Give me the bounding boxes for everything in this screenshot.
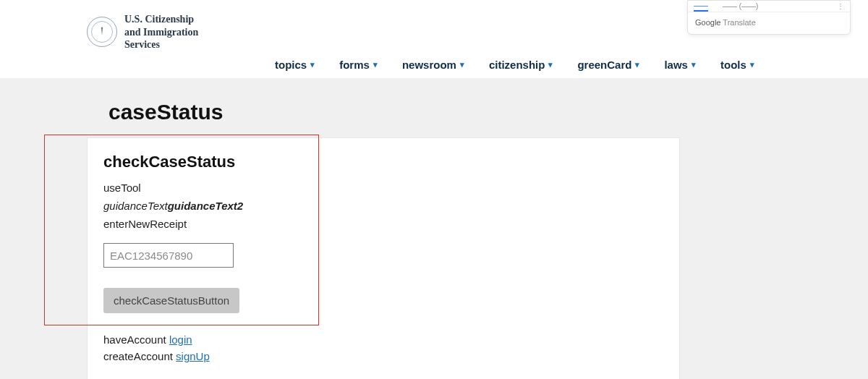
uscis-seal-icon <box>87 17 117 47</box>
primary-nav: topics ▾ forms ▾ newsroom ▾ citizenship … <box>0 59 868 71</box>
agency-line3: Services <box>124 38 198 51</box>
guidance-text-2: guidanceText2 <box>168 200 243 212</box>
have-account-prefix: haveAccount <box>103 333 169 346</box>
chevron-down-icon: ▾ <box>548 60 553 69</box>
google-translate-widget[interactable]: —— —— (——) ⋮ Google Translate <box>687 0 851 35</box>
main-content: caseStatus checkCaseStatus useTool guida… <box>87 100 680 379</box>
site-header: U.S. Citizenship and Immigration Service… <box>0 0 868 78</box>
nav-label: topics <box>275 59 307 71</box>
translate-tabs: —— —— (——) ⋮ <box>688 1 850 12</box>
login-link[interactable]: login <box>169 333 192 346</box>
nav-label: newsroom <box>402 59 456 71</box>
agency-line1: U.S. Citizenship <box>124 13 198 26</box>
svg-point-0 <box>101 27 103 30</box>
chevron-down-icon: ▾ <box>635 60 639 69</box>
nav-laws[interactable]: laws ▾ <box>664 59 696 71</box>
chevron-down-icon: ▾ <box>310 60 315 69</box>
case-status-card: checkCaseStatus useTool guidanceTextguid… <box>87 137 680 379</box>
liberty-icon <box>95 25 109 39</box>
google-label: Google <box>695 18 720 27</box>
chevron-down-icon: ▾ <box>692 60 696 69</box>
receipt-number-input[interactable] <box>103 243 234 268</box>
check-case-status-button[interactable]: checkCaseStatusButton <box>103 288 239 313</box>
nav-label: citizenship <box>489 59 545 71</box>
create-account-prefix: createAccount <box>103 350 176 362</box>
chevron-down-icon: ▾ <box>373 60 378 69</box>
enter-receipt-label: enterNewReceipt <box>103 218 663 230</box>
create-account-line: createAccount signUp <box>103 350 663 362</box>
nav-green-card[interactable]: greenCard ▾ <box>577 59 639 71</box>
nav-newsroom[interactable]: newsroom ▾ <box>402 59 464 71</box>
card-content: checkCaseStatus useTool guidanceTextguid… <box>88 138 679 374</box>
nav-citizenship[interactable]: citizenship ▾ <box>489 59 553 71</box>
nav-label: forms <box>339 59 370 71</box>
have-account-line: haveAccount login <box>103 333 663 346</box>
nav-topics[interactable]: topics ▾ <box>275 59 315 71</box>
translate-tab-active[interactable]: —— <box>694 1 708 12</box>
logo-area: U.S. Citizenship and Immigration Service… <box>87 13 198 51</box>
nav-label: laws <box>664 59 688 71</box>
nav-label: tools <box>720 59 746 71</box>
guidance-line: guidanceTextguidanceText2 <box>103 200 663 212</box>
translate-menu-icon[interactable]: ⋮ <box>837 2 844 10</box>
agency-line2: and Immigration <box>124 26 198 39</box>
chevron-down-icon: ▾ <box>460 60 464 69</box>
use-tool-text: useTool <box>103 182 663 194</box>
chevron-down-icon: ▾ <box>750 60 754 69</box>
translate-label: Translate <box>720 18 755 27</box>
nav-forms[interactable]: forms ▾ <box>339 59 378 71</box>
translate-tab-other[interactable]: —— (——) <box>723 2 758 10</box>
signup-link[interactable]: signUp <box>176 350 210 362</box>
guidance-text-1: guidanceText <box>103 200 168 212</box>
page-title: caseStatus <box>109 100 680 124</box>
translate-attribution: Google Translate <box>688 12 850 34</box>
nav-label: greenCard <box>577 59 631 71</box>
account-links: haveAccount login createAccount signUp <box>103 333 663 362</box>
nav-tools[interactable]: tools ▾ <box>720 59 754 71</box>
agency-name: U.S. Citizenship and Immigration Service… <box>124 13 198 51</box>
section-title: checkCaseStatus <box>103 153 663 171</box>
